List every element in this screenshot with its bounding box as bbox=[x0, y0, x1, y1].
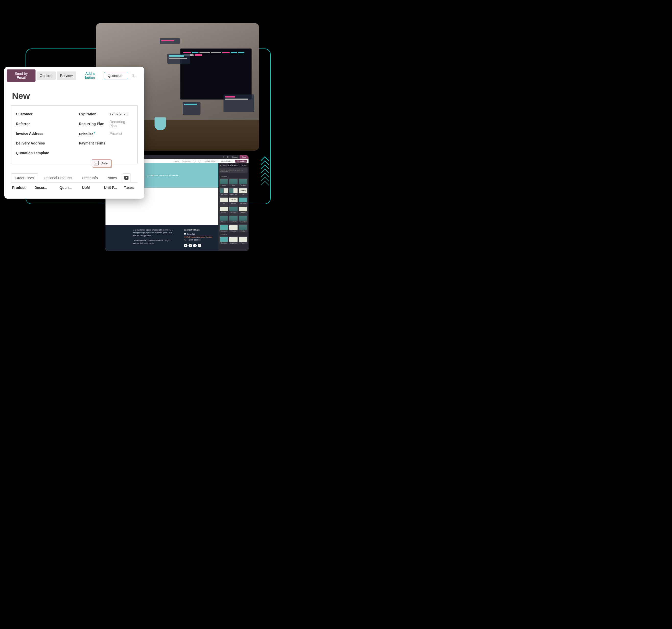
col-uom: UoM bbox=[82, 185, 95, 190]
x-icon[interactable]: x bbox=[189, 244, 192, 247]
recurring-plan-label: Recurring Plan bbox=[79, 122, 110, 126]
tab-other-info[interactable]: Other Info bbox=[77, 173, 102, 182]
search-icon[interactable] bbox=[198, 160, 201, 162]
section-features: Features bbox=[218, 232, 248, 235]
block-comparisons[interactable]: Comparisons bbox=[229, 235, 238, 244]
home-icon[interactable]: ⌂ bbox=[198, 244, 201, 247]
block-image-gallery[interactable]: Image Gallery bbox=[229, 215, 238, 223]
form-tabs: Order Lines Optional Products Other Info… bbox=[11, 173, 138, 182]
side-tab-blocks[interactable]: BLOCKS bbox=[218, 163, 228, 167]
col-description: Descr... bbox=[34, 185, 50, 190]
invoice-address-label: Invoice Address bbox=[16, 131, 47, 135]
section-structure: Structure bbox=[218, 174, 248, 178]
block-images-wall[interactable]: Images Wall bbox=[239, 215, 247, 223]
tab-add[interactable]: + bbox=[122, 173, 131, 182]
form-fields: Customer Referrer Invoice Address Delive… bbox=[11, 105, 138, 164]
quotation-template-label: Quotation Template bbox=[16, 151, 57, 155]
connect-title: Connect with us bbox=[184, 228, 212, 232]
block-text[interactable]: Text bbox=[219, 196, 229, 205]
footer-phone: 📞 +1 (650) 555-0111 bbox=[184, 238, 212, 241]
chevron-decoration bbox=[261, 157, 269, 185]
block-parallax[interactable]: Parallax bbox=[239, 224, 247, 232]
contact-us-button[interactable]: Contact Us bbox=[235, 160, 247, 162]
preview-button[interactable]: Preview bbox=[57, 72, 76, 80]
confirm-button[interactable]: Confirm bbox=[37, 72, 56, 80]
block-features[interactable]: Features bbox=[239, 205, 247, 214]
save-button[interactable]: Save bbox=[240, 155, 248, 159]
floating-panel bbox=[183, 102, 200, 115]
block-cover[interactable]: Cover bbox=[229, 178, 238, 186]
col-quantity: Quan... bbox=[59, 185, 77, 190]
monitor-illustration bbox=[180, 49, 251, 100]
date-badge-label: Date bbox=[101, 161, 107, 165]
nav-item[interactable]: ...iment bbox=[173, 160, 179, 162]
col-unit-price: Unit P... bbox=[104, 185, 119, 190]
floating-panel bbox=[223, 95, 254, 112]
desktop-icon[interactable] bbox=[223, 156, 225, 158]
form-toolbar: Send by Email Confirm Preview Add a butt… bbox=[4, 70, 144, 84]
table-header: Product Descr... Quan... UoM Unit P... T… bbox=[4, 182, 144, 193]
add-button-link[interactable]: Add a button bbox=[77, 70, 103, 82]
block-team[interactable]: Team bbox=[239, 235, 247, 244]
site-footer: ... of passionate people whose goal is t… bbox=[105, 225, 218, 251]
pricelist-input[interactable]: Pricelist bbox=[110, 131, 122, 135]
footer-contact-link[interactable]: 💬 Contact us bbox=[184, 232, 212, 235]
payment-terms-label: Payment Terms bbox=[79, 141, 110, 145]
nav-contact-us[interactable]: Contact us bbox=[182, 160, 190, 162]
side-tab-customize[interactable]: CUSTOMIZE bbox=[228, 163, 239, 167]
block-title-image[interactable]: Title - Image bbox=[239, 196, 247, 205]
pricelist-label: Pricelist? bbox=[79, 131, 110, 136]
footer-about-2: ...re designed for small to medium size … bbox=[133, 239, 174, 245]
cart-icon[interactable] bbox=[193, 160, 196, 162]
customer-label: Customer bbox=[16, 112, 47, 116]
block-media-list[interactable]: Media List bbox=[229, 224, 238, 232]
block-banner[interactable]: Banner bbox=[219, 178, 229, 186]
quotation-form: Send by Email Confirm Preview Add a butt… bbox=[4, 67, 144, 199]
block-big-boxes[interactable]: Big Boxes bbox=[229, 205, 238, 214]
floating-panel bbox=[160, 38, 180, 44]
block-title[interactable]: HeadingTitle bbox=[239, 187, 247, 196]
block-text-image[interactable]: Text - Image bbox=[219, 187, 229, 196]
block-masonry[interactable]: Masonry bbox=[219, 215, 229, 223]
help-icon[interactable]: ? bbox=[93, 131, 95, 134]
floating-panel bbox=[167, 54, 190, 64]
status-quotation[interactable]: Quotation bbox=[104, 72, 127, 79]
block-search[interactable]: Search for a block (e.g. numbers, image … bbox=[219, 168, 247, 173]
discard-button[interactable]: Discard bbox=[231, 155, 239, 159]
form-title: New bbox=[4, 84, 144, 105]
tab-notes[interactable]: Notes bbox=[103, 173, 121, 182]
footer-about-1: ... of passionate people whose goal is t… bbox=[133, 228, 174, 237]
block-carousel[interactable]: Carousel bbox=[219, 224, 229, 232]
mobile-icon[interactable] bbox=[227, 156, 229, 158]
status-bar: Quotation S... bbox=[104, 72, 142, 79]
delivery-address-label: Delivery Address bbox=[16, 141, 47, 145]
block-text-cover[interactable]: Text Cover bbox=[239, 178, 247, 186]
footer-email[interactable]: ✉ info@yourcompany.example.com bbox=[184, 235, 212, 238]
expiration-label: Expiration bbox=[79, 112, 110, 116]
tab-optional-products[interactable]: Optional Products bbox=[39, 173, 76, 182]
send-email-button[interactable]: Send by Email bbox=[7, 70, 35, 82]
referrer-label: Referrer bbox=[16, 122, 47, 126]
expiration-value[interactable]: 12/02/2023 bbox=[110, 112, 127, 116]
block-image-text[interactable]: Image - Text bbox=[229, 187, 238, 196]
col-product: Product bbox=[12, 185, 30, 190]
nav-phone: +1 (650) 555-0111 bbox=[203, 160, 218, 162]
facebook-icon[interactable]: f bbox=[184, 244, 188, 247]
recurring-plan-input[interactable]: Recurring Plan bbox=[110, 120, 133, 128]
block-columns[interactable]: Columns bbox=[219, 205, 229, 214]
tab-order-lines[interactable]: Order Lines bbox=[11, 173, 38, 182]
status-next[interactable]: S... bbox=[127, 72, 142, 79]
block-showcase[interactable]: Showcase bbox=[219, 235, 229, 244]
side-tab-theme[interactable]: THEME bbox=[239, 163, 248, 167]
calendar-icon: 21 bbox=[94, 161, 99, 166]
nav-user[interactable]: Mitchell Admin bbox=[221, 160, 233, 162]
mug-illustration bbox=[154, 118, 166, 130]
linkedin-icon[interactable]: in bbox=[193, 244, 197, 247]
plus-icon: + bbox=[124, 176, 128, 180]
col-taxes: Taxes bbox=[124, 185, 137, 190]
builder-sidebar: BLOCKS CUSTOMIZE THEME Search for a bloc… bbox=[218, 163, 248, 251]
block-numbers[interactable]: 4593Numbers bbox=[229, 196, 238, 205]
date-badge[interactable]: 21 Date bbox=[92, 159, 111, 167]
